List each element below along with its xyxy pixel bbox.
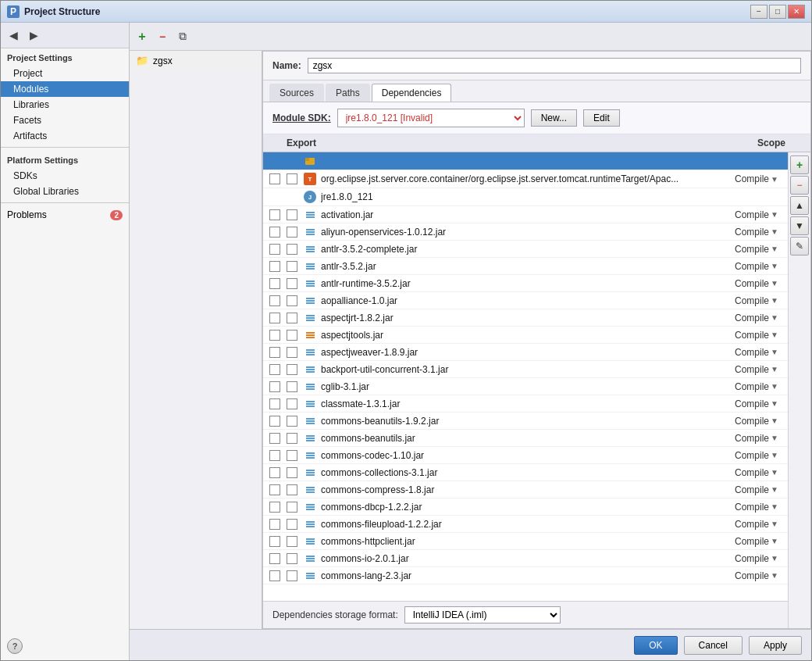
dep-row-httpclient[interactable]: commons-httpclient.jar Compile ▼ [263,533,788,550]
dep-checkbox-antlr-runtime[interactable] [269,278,280,289]
dep-row-io[interactable]: commons-io-2.0.1.jar Compile ▼ [263,550,788,567]
cancel-button[interactable]: Cancel [684,636,743,655]
dep-checkbox-aliyun[interactable] [269,227,280,238]
dep-row-aspectjtools[interactable]: aspectjtools.jar Compile ▼ [263,327,788,344]
export-checkbox-tomcat[interactable] [287,173,297,184]
export-checkbox-aspectjweaver[interactable] [287,347,297,358]
module-item-zgsx[interactable]: 📁 zgsx [130,51,262,70]
scope-arrow-dbcp[interactable]: ▼ [771,502,782,511]
export-checkbox-collections[interactable] [287,467,297,478]
dep-row-aliyun[interactable]: aliyun-openservices-1.0.12.jar Compile ▼ [263,223,788,241]
scope-arrow-aspectjrt[interactable]: ▼ [771,313,782,322]
export-checkbox-fileupload[interactable] [287,519,297,530]
export-checkbox-aspectjtools[interactable] [287,330,297,341]
dep-checkbox-aspectjrt[interactable] [269,313,280,323]
export-checkbox-antlr-complete[interactable] [287,244,297,255]
dep-row-antlr[interactable]: antlr-3.5.2.jar Compile ▼ [263,258,788,275]
scope-arrow-io[interactable]: ▼ [771,554,782,563]
dep-checkbox-antlr[interactable] [269,261,280,272]
export-checkbox-beanutils192[interactable] [287,416,297,427]
edit-dep-button[interactable]: ✎ [790,237,809,255]
dep-checkbox-collections[interactable] [269,467,280,478]
dep-row-collections[interactable]: commons-collections-3.1.jar Compile ▼ [263,464,788,481]
scope-arrow-aspectjtools[interactable]: ▼ [771,330,782,339]
scope-arrow-collections[interactable]: ▼ [771,468,782,477]
export-checkbox-dbcp[interactable] [287,502,297,513]
dep-row-activation[interactable]: activation.jar Compile ▼ [263,206,788,223]
dep-row-beanutils192[interactable]: commons-beanutils-1.9.2.jar Compile ▼ [263,413,788,430]
sidebar-item-global-libraries[interactable]: Global Libraries [1,184,129,199]
dep-checkbox-tomcat[interactable] [269,173,280,184]
sidebar-item-project[interactable]: Project [1,66,129,81]
copy-module-button[interactable]: ⧉ [173,27,192,46]
minimize-button[interactable]: − [750,5,767,19]
dep-checkbox-cglib[interactable] [269,381,280,392]
dep-checkbox-activation[interactable] [269,209,280,220]
move-up-button[interactable]: ▲ [790,196,809,215]
dep-checkbox-aopalliance[interactable] [269,295,280,306]
scope-arrow-beanutils[interactable]: ▼ [771,434,782,442]
sidebar-item-problems[interactable]: Problems 2 [1,206,129,223]
dep-row-antlr-complete[interactable]: antlr-3.5.2-complete.jar Compile ▼ [263,241,788,258]
export-checkbox-aspectjrt[interactable] [287,313,297,323]
dep-row-module-source[interactable] [263,152,788,170]
dep-checkbox-backport[interactable] [269,364,280,375]
dep-checkbox-fileupload[interactable] [269,519,280,530]
dep-checkbox-lang[interactable] [269,570,280,581]
scope-arrow-compress[interactable]: ▼ [771,485,782,494]
scope-arrow-backport[interactable]: ▼ [771,365,782,373]
tab-dependencies[interactable]: Dependencies [372,84,452,102]
remove-dep-button[interactable]: − [790,176,809,195]
apply-button[interactable]: Apply [749,636,802,655]
sidebar-item-artifacts[interactable]: Artifacts [1,128,129,144]
help-button[interactable]: ? [7,638,23,654]
export-checkbox-lang[interactable] [287,570,297,581]
export-checkbox-aopalliance[interactable] [287,295,297,306]
dep-row-tomcat[interactable]: T org.eclipse.jst.server.core.container/… [263,170,788,188]
dep-row-aopalliance[interactable]: aopalliance-1.0.jar Compile ▼ [263,292,788,309]
dep-checkbox-httpclient[interactable] [269,536,280,547]
sdk-select[interactable]: jre1.8.0_121 [Invalid] [337,109,525,127]
dep-row-aspectjweaver[interactable]: aspectjweaver-1.8.9.jar Compile ▼ [263,344,788,361]
scope-arrow-classmate[interactable]: ▼ [771,399,782,408]
scope-arrow-aspectjweaver[interactable]: ▼ [771,348,782,356]
dep-row-jre[interactable]: J jre1.8.0_121 [263,188,788,206]
tab-sources[interactable]: Sources [269,84,324,102]
dep-checkbox-compress[interactable] [269,484,280,495]
back-button[interactable]: ◀ [4,26,23,45]
dep-row-backport[interactable]: backport-util-concurrent-3.1.jar Compile… [263,361,788,378]
add-dep-button[interactable]: + [790,155,809,174]
sidebar-item-libraries[interactable]: Libraries [1,97,129,113]
dep-checkbox-classmate[interactable] [269,398,280,409]
remove-module-button[interactable]: − [153,27,172,46]
maximize-button[interactable]: □ [769,5,786,19]
scope-arrow-aopalliance[interactable]: ▼ [771,296,782,305]
sidebar-item-facets[interactable]: Facets [1,113,129,128]
dep-checkbox-aspectjtools[interactable] [269,330,280,341]
export-checkbox-beanutils[interactable] [287,433,297,444]
export-checkbox-classmate[interactable] [287,398,297,409]
dep-checkbox-dbcp[interactable] [269,502,280,513]
dep-row-compress[interactable]: commons-compress-1.8.jar Compile ▼ [263,481,788,498]
sidebar-item-sdks[interactable]: SDKs [1,168,129,184]
scope-arrow-antlr[interactable]: ▼ [771,262,782,270]
export-checkbox-compress[interactable] [287,484,297,495]
add-module-button[interactable]: + [133,27,151,46]
dep-checkbox-codec[interactable] [269,450,280,461]
ok-button[interactable]: OK [634,636,677,655]
dep-row-cglib[interactable]: cglib-3.1.jar Compile ▼ [263,378,788,395]
scope-arrow-aliyun[interactable]: ▼ [771,227,782,236]
export-checkbox-codec[interactable] [287,450,297,461]
scope-arrow-antlr-complete[interactable]: ▼ [771,245,782,253]
move-down-button[interactable]: ▼ [790,216,809,235]
scope-arrow-lang[interactable]: ▼ [771,571,782,580]
scope-arrow-httpclient[interactable]: ▼ [771,537,782,545]
sdk-edit-button[interactable]: Edit [583,109,620,127]
scope-arrow-antlr-runtime[interactable]: ▼ [771,279,782,288]
export-checkbox-io[interactable] [287,553,297,564]
export-checkbox-antlr-runtime[interactable] [287,278,297,289]
dep-row-beanutils[interactable]: commons-beanutils.jar Compile ▼ [263,430,788,447]
sidebar-item-modules[interactable]: Modules [1,81,129,97]
dep-row-codec[interactable]: commons-codec-1.10.jar Compile ▼ [263,447,788,464]
export-checkbox-backport[interactable] [287,364,297,375]
